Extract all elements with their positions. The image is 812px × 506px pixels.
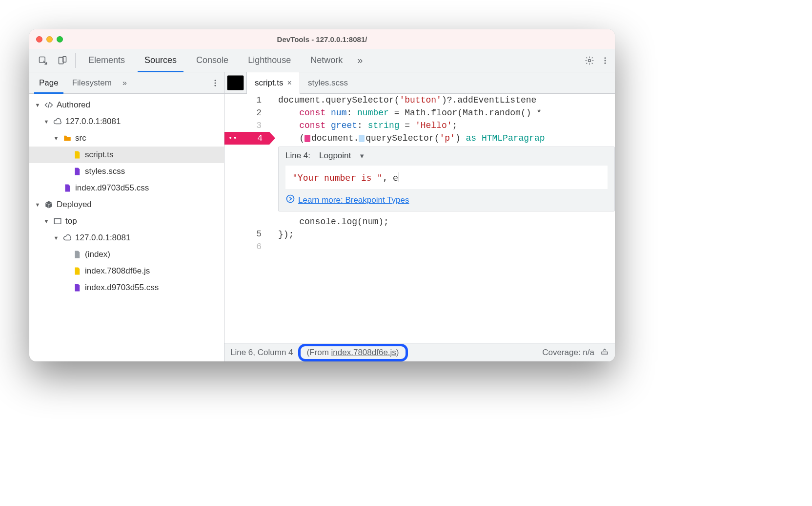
logpoint-learn-more: Learn more: Breakpoint Types xyxy=(285,194,608,206)
sidebar-tab-filesystem[interactable]: Filesystem xyxy=(65,72,119,93)
from-label: (From xyxy=(307,348,331,357)
gutter-line-logpoint[interactable]: •• 4 xyxy=(224,132,269,145)
source-map-link[interactable]: index.7808df6e.js xyxy=(331,348,396,357)
inspect-element-icon[interactable] xyxy=(33,49,53,72)
tree-file-script-ts[interactable]: script.ts xyxy=(29,147,224,163)
main-tab-bar: Elements Sources Console Lighthouse Netw… xyxy=(29,49,615,72)
learn-more-link[interactable]: Learn more: Breakpoint Types xyxy=(298,195,409,205)
cube-icon xyxy=(44,200,54,210)
tree-file-styles-scss[interactable]: styles.scss xyxy=(29,163,224,180)
code-editor[interactable]: 1 2 3 •• 4 5 6 document.querySelector('b… xyxy=(224,94,615,343)
tabs-overflow[interactable]: » xyxy=(352,49,367,72)
sourcemap-badge-icon xyxy=(304,135,310,142)
logpoint-header: Line 4: Logpoint ▼ xyxy=(285,151,608,161)
sourcemap-badge-icon xyxy=(359,135,365,142)
svg-rect-10 xyxy=(54,219,61,224)
tree-host-deployed[interactable]: 127.0.0.1:8081 xyxy=(29,230,224,246)
device-toolbar-icon[interactable] xyxy=(53,49,72,72)
logpoint-panel: Line 4: Logpoint ▼ "Your number is ", e xyxy=(278,147,615,211)
gutter-line[interactable]: 2 xyxy=(224,106,269,119)
gutter-line[interactable]: 6 xyxy=(224,240,269,253)
drawer-toggle-icon[interactable] xyxy=(600,347,609,358)
more-options-icon[interactable] xyxy=(599,49,611,72)
logpoint-expression-input[interactable]: "Your number is ", e xyxy=(285,166,608,189)
file-js-icon xyxy=(72,266,82,276)
svg-point-4 xyxy=(605,57,606,59)
gutter-spacer xyxy=(224,145,269,228)
toggle-navigator-icon[interactable] xyxy=(224,72,247,93)
tree-group-authored[interactable]: Authored xyxy=(29,97,224,113)
logpoint-text: , e xyxy=(382,172,398,183)
coverage-status: Coverage: n/a xyxy=(542,348,594,358)
editor-tab-label: script.ts xyxy=(255,78,284,88)
code-line: const greet: string = 'Hello'; xyxy=(278,119,615,132)
close-icon[interactable] xyxy=(36,36,42,42)
tab-elements[interactable]: Elements xyxy=(79,49,135,72)
gutter-line[interactable]: 1 xyxy=(224,94,269,106)
status-bar: Line 6, Column 4 (From index.7808df6e.js… xyxy=(224,343,615,361)
divider xyxy=(75,53,76,68)
tree-label: index.7808df6e.js xyxy=(85,266,150,276)
tree-file-index-js[interactable]: index.7808df6e.js xyxy=(29,263,224,279)
svg-point-3 xyxy=(589,59,591,62)
folder-icon xyxy=(62,133,72,143)
editor-tab-label: styles.scss xyxy=(308,78,348,88)
minimize-icon[interactable] xyxy=(46,36,53,42)
code-body[interactable]: document.querySelector('button')?.addEve… xyxy=(269,94,615,343)
window-title: DevTools - 127.0.0.1:8081/ xyxy=(29,35,615,43)
logpoint-indicator-icon: •• xyxy=(228,134,238,142)
gear-icon[interactable] xyxy=(580,49,599,72)
breakpoint-type-value: Logpoint xyxy=(319,151,351,161)
line-number: 4 xyxy=(257,133,263,143)
close-icon[interactable]: × xyxy=(287,79,292,87)
sidebar-tab-page[interactable]: Page xyxy=(32,72,65,93)
tree-group-deployed[interactable]: Deployed xyxy=(29,196,224,213)
tab-lighthouse[interactable]: Lighthouse xyxy=(238,49,301,72)
editor-tab-styles-scss[interactable]: styles.scss xyxy=(300,72,356,93)
titlebar: DevTools - 127.0.0.1:8081/ xyxy=(29,29,615,49)
maximize-icon[interactable] xyxy=(57,36,63,42)
svg-point-5 xyxy=(605,60,606,61)
tab-console[interactable]: Console xyxy=(186,49,238,72)
tree-label: 127.0.0.1:8081 xyxy=(65,117,121,126)
gutter-line[interactable]: 5 xyxy=(224,228,269,240)
svg-rect-13 xyxy=(602,352,608,355)
code-line: const num: number = Math.floor(Math.rand… xyxy=(278,106,615,119)
file-css-icon xyxy=(62,183,72,193)
breakpoint-type-select[interactable]: Logpoint ▼ xyxy=(319,151,365,161)
editor-tab-bar: script.ts × styles.scss xyxy=(224,72,615,94)
tab-sources[interactable]: Sources xyxy=(135,49,186,72)
arrow-circle-icon xyxy=(285,194,295,206)
code-line: console.log(num); xyxy=(278,215,615,228)
sidebar-more-icon[interactable] xyxy=(209,72,221,93)
tree-label: index.d9703d55.css xyxy=(85,283,159,293)
file-js-icon xyxy=(72,150,82,160)
tree-frame-top[interactable]: top xyxy=(29,213,224,230)
frame-icon xyxy=(53,216,62,226)
file-scss-icon xyxy=(72,167,82,176)
tree-file-index[interactable]: (index) xyxy=(29,246,224,263)
gutter-line[interactable]: 3 xyxy=(224,119,269,132)
cursor-position: Line 6, Column 4 xyxy=(230,348,293,358)
cloud-icon xyxy=(62,233,72,243)
svg-point-8 xyxy=(215,82,216,84)
tree-label: 127.0.0.1:8081 xyxy=(75,233,130,243)
gutter[interactable]: 1 2 3 •• 4 5 6 xyxy=(224,94,269,343)
code-line: document.querySelector('button')?.addEve… xyxy=(278,94,615,106)
logpoint-text: "Your number is " xyxy=(292,172,382,183)
file-icon xyxy=(72,250,82,259)
tree-label: Authored xyxy=(57,100,90,110)
tree-file-index-css-auth[interactable]: index.d9703d55.css xyxy=(29,180,224,196)
tree-host-authored[interactable]: 127.0.0.1:8081 xyxy=(29,113,224,130)
from-label: ) xyxy=(396,348,399,357)
tree-label: styles.scss xyxy=(85,167,125,176)
svg-point-7 xyxy=(215,80,216,81)
tree-folder-src[interactable]: src xyxy=(29,130,224,147)
tree-label: (index) xyxy=(85,250,110,259)
editor-tab-script-ts[interactable]: script.ts × xyxy=(247,72,300,93)
tree-label: src xyxy=(75,133,86,143)
tree-file-index-css-dep[interactable]: index.d9703d55.css xyxy=(29,279,224,296)
sidebar-tabs-overflow[interactable]: » xyxy=(119,72,131,93)
tab-network[interactable]: Network xyxy=(301,49,352,72)
svg-point-12 xyxy=(287,195,294,203)
